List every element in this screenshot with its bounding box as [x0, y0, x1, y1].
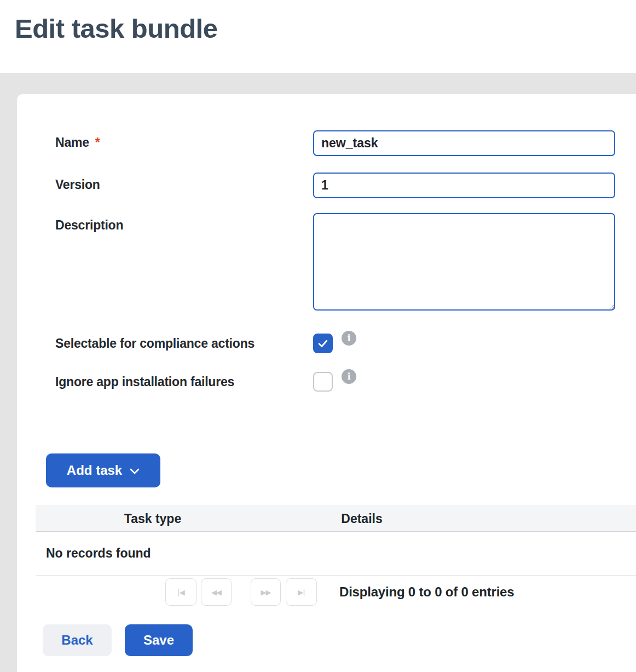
ignore-failures-label: Ignore app installation failures: [55, 372, 313, 392]
pagination-last-button[interactable]: ▶|: [286, 578, 317, 606]
selectable-row: Selectable for compliance actions i: [55, 334, 615, 353]
selectable-label: Selectable for compliance actions: [55, 334, 313, 353]
required-asterisk: *: [95, 135, 100, 150]
ignore-failures-control: i: [313, 372, 615, 392]
pagination-summary: Displaying 0 to 0 of 0 entries: [339, 584, 514, 600]
next-page-icon: ▶▶: [261, 588, 271, 596]
column-header-details: Details: [270, 512, 454, 526]
previous-page-icon: ◀◀: [211, 588, 221, 596]
page-background: Name* Version Description Selectable for…: [0, 73, 636, 672]
chevron-down-icon: [130, 468, 140, 474]
name-label-text: Name: [55, 135, 89, 150]
add-task-label: Add task: [67, 463, 122, 478]
back-button[interactable]: Back: [43, 624, 112, 656]
description-textarea[interactable]: [313, 213, 615, 311]
tasks-table-header: Task type Details: [36, 506, 636, 532]
tasks-table: Task type Details No records found |◀ ◀◀…: [36, 506, 636, 606]
add-task-button[interactable]: Add task: [46, 453, 160, 487]
table-empty-row: No records found: [36, 532, 636, 576]
first-page-icon: |◀: [177, 588, 184, 596]
info-icon-glyph: i: [347, 371, 350, 382]
column-header-task-type: Task type: [36, 512, 270, 526]
version-label: Version: [55, 173, 313, 198]
info-icon-glyph: i: [347, 333, 350, 343]
selectable-checkbox[interactable]: [313, 334, 333, 353]
last-page-icon: ▶|: [298, 588, 304, 596]
no-records-text: No records found: [46, 546, 151, 561]
save-button[interactable]: Save: [125, 624, 193, 656]
ignore-failures-row: Ignore app installation failures i: [55, 372, 615, 392]
page-header: Edit task bundle: [0, 0, 636, 73]
version-field-row: Version: [55, 173, 615, 198]
page-title: Edit task bundle: [15, 14, 636, 44]
pagination-previous-button[interactable]: ◀◀: [201, 578, 232, 606]
info-icon[interactable]: i: [342, 331, 356, 346]
version-input[interactable]: [313, 173, 615, 198]
name-label: Name*: [55, 130, 313, 156]
name-field-row: Name*: [55, 130, 615, 156]
name-input[interactable]: [313, 130, 615, 156]
info-icon[interactable]: i: [342, 369, 356, 384]
footer-actions: Back Save: [43, 624, 636, 656]
pagination: |◀ ◀◀ ▶▶ ▶| Displaying 0 to 0 of 0 entri…: [36, 578, 636, 606]
check-icon: [317, 337, 329, 349]
description-label: Description: [55, 213, 313, 311]
task-bundle-form: Name* Version Description Selectable for…: [55, 130, 615, 392]
selectable-control: i: [313, 334, 615, 353]
edit-task-bundle-card: Name* Version Description Selectable for…: [17, 94, 636, 672]
description-field-row: Description: [55, 213, 615, 311]
pagination-first-button[interactable]: |◀: [165, 578, 196, 606]
ignore-failures-checkbox[interactable]: [313, 372, 333, 392]
pagination-next-button[interactable]: ▶▶: [251, 578, 281, 606]
